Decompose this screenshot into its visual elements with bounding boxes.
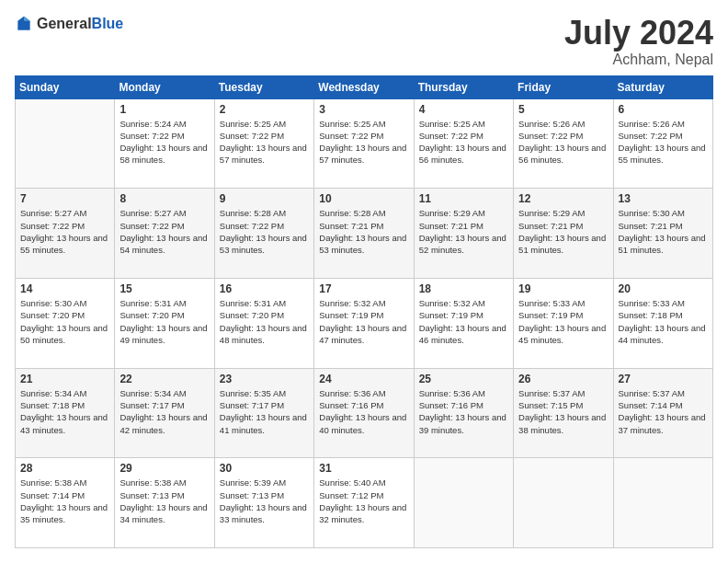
calendar-cell: 14Sunrise: 5:30 AMSunset: 7:20 PMDayligh… xyxy=(16,278,115,368)
day-number: 18 xyxy=(419,282,508,295)
day-info: Sunrise: 5:25 AMSunset: 7:22 PMDaylight:… xyxy=(419,118,508,167)
day-info: Sunrise: 5:25 AMSunset: 7:22 PMDaylight:… xyxy=(220,118,309,167)
day-number: 24 xyxy=(319,373,408,385)
day-info: Sunrise: 5:38 AMSunset: 7:13 PMDaylight:… xyxy=(119,477,209,525)
calendar-cell: 9Sunrise: 5:28 AMSunset: 7:22 PMDaylight… xyxy=(214,189,313,279)
calendar-cell: 28Sunrise: 5:38 AMSunset: 7:14 PMDayligh… xyxy=(16,458,115,548)
day-number: 12 xyxy=(518,192,608,205)
day-info: Sunrise: 5:26 AMSunset: 7:22 PMDaylight:… xyxy=(619,118,708,167)
calendar-cell: 17Sunrise: 5:32 AMSunset: 7:19 PMDayligh… xyxy=(314,278,414,368)
month-year-title: July 2024 xyxy=(564,15,713,52)
day-number: 6 xyxy=(619,103,708,116)
day-number: 7 xyxy=(20,192,109,205)
calendar-cell: 23Sunrise: 5:35 AMSunset: 7:17 PMDayligh… xyxy=(214,368,313,458)
day-number: 20 xyxy=(619,282,708,295)
day-number: 29 xyxy=(119,462,209,475)
page: GeneralBlue July 2024 Achham, Nepal Sund… xyxy=(0,0,728,563)
day-info: Sunrise: 5:31 AMSunset: 7:20 PMDaylight:… xyxy=(220,297,309,346)
calendar-cell: 26Sunrise: 5:37 AMSunset: 7:15 PMDayligh… xyxy=(514,368,613,458)
header-row: Sunday Monday Tuesday Wednesday Thursday… xyxy=(16,75,713,98)
calendar-cell: 27Sunrise: 5:37 AMSunset: 7:14 PMDayligh… xyxy=(613,368,712,458)
day-number: 21 xyxy=(20,373,109,385)
day-number: 2 xyxy=(220,103,309,116)
calendar-week-row: 1Sunrise: 5:24 AMSunset: 7:22 PMDaylight… xyxy=(16,98,713,189)
day-info: Sunrise: 5:32 AMSunset: 7:19 PMDaylight:… xyxy=(319,297,408,346)
day-info: Sunrise: 5:37 AMSunset: 7:15 PMDaylight:… xyxy=(518,387,608,436)
day-number: 17 xyxy=(319,282,408,295)
day-info: Sunrise: 5:26 AMSunset: 7:22 PMDaylight:… xyxy=(518,118,608,167)
calendar-cell: 31Sunrise: 5:40 AMSunset: 7:12 PMDayligh… xyxy=(314,458,414,548)
day-number: 19 xyxy=(518,282,608,295)
day-info: Sunrise: 5:34 AMSunset: 7:18 PMDaylight:… xyxy=(20,387,109,436)
day-info: Sunrise: 5:25 AMSunset: 7:22 PMDaylight:… xyxy=(319,118,408,167)
day-number: 11 xyxy=(419,192,508,205)
day-info: Sunrise: 5:37 AMSunset: 7:14 PMDaylight:… xyxy=(619,387,708,436)
logo-blue: Blue xyxy=(92,16,124,31)
calendar-cell: 19Sunrise: 5:33 AMSunset: 7:19 PMDayligh… xyxy=(514,278,613,368)
day-info: Sunrise: 5:34 AMSunset: 7:17 PMDaylight:… xyxy=(119,387,209,436)
day-number: 5 xyxy=(518,103,608,116)
calendar-cell: 20Sunrise: 5:33 AMSunset: 7:18 PMDayligh… xyxy=(613,278,712,368)
day-info: Sunrise: 5:27 AMSunset: 7:22 PMDaylight:… xyxy=(119,207,209,256)
logo: GeneralBlue xyxy=(15,15,123,33)
day-number: 30 xyxy=(220,462,309,475)
day-number: 15 xyxy=(119,282,209,295)
day-info: Sunrise: 5:36 AMSunset: 7:16 PMDaylight:… xyxy=(419,387,508,436)
day-info: Sunrise: 5:27 AMSunset: 7:22 PMDaylight:… xyxy=(20,207,109,256)
day-info: Sunrise: 5:28 AMSunset: 7:22 PMDaylight:… xyxy=(220,207,309,256)
day-number: 27 xyxy=(619,373,708,385)
calendar-cell xyxy=(613,458,712,548)
day-info: Sunrise: 5:29 AMSunset: 7:21 PMDaylight:… xyxy=(419,207,508,256)
day-info: Sunrise: 5:38 AMSunset: 7:14 PMDaylight:… xyxy=(20,477,109,525)
day-number: 28 xyxy=(20,462,109,475)
day-number: 4 xyxy=(419,103,508,116)
calendar-week-row: 28Sunrise: 5:38 AMSunset: 7:14 PMDayligh… xyxy=(16,458,713,548)
header-sunday: Sunday xyxy=(16,75,115,98)
calendar-week-row: 14Sunrise: 5:30 AMSunset: 7:20 PMDayligh… xyxy=(16,278,713,368)
calendar-cell: 4Sunrise: 5:25 AMSunset: 7:22 PMDaylight… xyxy=(414,98,513,189)
calendar-cell: 29Sunrise: 5:38 AMSunset: 7:13 PMDayligh… xyxy=(115,458,214,548)
calendar-table: Sunday Monday Tuesday Wednesday Thursday… xyxy=(15,75,713,548)
calendar-cell: 12Sunrise: 5:29 AMSunset: 7:21 PMDayligh… xyxy=(514,189,613,279)
logo-icon xyxy=(15,15,33,33)
day-info: Sunrise: 5:36 AMSunset: 7:16 PMDaylight:… xyxy=(319,387,408,436)
logo-general: General xyxy=(37,16,92,31)
header-tuesday: Tuesday xyxy=(214,75,313,98)
calendar-cell: 8Sunrise: 5:27 AMSunset: 7:22 PMDaylight… xyxy=(115,189,214,279)
day-number: 23 xyxy=(220,373,309,385)
calendar-cell: 18Sunrise: 5:32 AMSunset: 7:19 PMDayligh… xyxy=(414,278,513,368)
day-info: Sunrise: 5:31 AMSunset: 7:20 PMDaylight:… xyxy=(119,297,209,346)
calendar-cell: 6Sunrise: 5:26 AMSunset: 7:22 PMDaylight… xyxy=(613,98,712,189)
calendar-cell: 10Sunrise: 5:28 AMSunset: 7:21 PMDayligh… xyxy=(314,189,414,279)
day-info: Sunrise: 5:24 AMSunset: 7:22 PMDaylight:… xyxy=(119,118,209,167)
day-number: 13 xyxy=(619,192,708,205)
day-info: Sunrise: 5:28 AMSunset: 7:21 PMDaylight:… xyxy=(319,207,408,256)
calendar-cell: 11Sunrise: 5:29 AMSunset: 7:21 PMDayligh… xyxy=(414,189,513,279)
day-info: Sunrise: 5:35 AMSunset: 7:17 PMDaylight:… xyxy=(220,387,309,436)
day-number: 25 xyxy=(419,373,508,385)
day-info: Sunrise: 5:30 AMSunset: 7:21 PMDaylight:… xyxy=(619,207,708,256)
header-saturday: Saturday xyxy=(613,75,712,98)
calendar-cell: 15Sunrise: 5:31 AMSunset: 7:20 PMDayligh… xyxy=(115,278,214,368)
day-number: 26 xyxy=(518,373,608,385)
day-number: 9 xyxy=(220,192,309,205)
header-wednesday: Wednesday xyxy=(314,75,414,98)
day-info: Sunrise: 5:33 AMSunset: 7:18 PMDaylight:… xyxy=(619,297,708,346)
calendar-cell xyxy=(414,458,513,548)
header: GeneralBlue July 2024 Achham, Nepal xyxy=(15,15,713,68)
location-title: Achham, Nepal xyxy=(564,52,713,68)
calendar-week-row: 21Sunrise: 5:34 AMSunset: 7:18 PMDayligh… xyxy=(16,368,713,458)
header-monday: Monday xyxy=(115,75,214,98)
calendar-cell: 2Sunrise: 5:25 AMSunset: 7:22 PMDaylight… xyxy=(214,98,313,189)
calendar-body: 1Sunrise: 5:24 AMSunset: 7:22 PMDaylight… xyxy=(16,98,713,547)
day-number: 22 xyxy=(119,373,209,385)
title-block: July 2024 Achham, Nepal xyxy=(564,15,713,68)
day-info: Sunrise: 5:40 AMSunset: 7:12 PMDaylight:… xyxy=(319,477,408,525)
calendar-cell: 5Sunrise: 5:26 AMSunset: 7:22 PMDaylight… xyxy=(514,98,613,189)
calendar-cell: 16Sunrise: 5:31 AMSunset: 7:20 PMDayligh… xyxy=(214,278,313,368)
calendar-cell: 30Sunrise: 5:39 AMSunset: 7:13 PMDayligh… xyxy=(214,458,313,548)
svg-marker-1 xyxy=(24,17,30,21)
calendar-cell: 7Sunrise: 5:27 AMSunset: 7:22 PMDaylight… xyxy=(16,189,115,279)
calendar-header: Sunday Monday Tuesday Wednesday Thursday… xyxy=(16,75,713,98)
day-number: 16 xyxy=(220,282,309,295)
